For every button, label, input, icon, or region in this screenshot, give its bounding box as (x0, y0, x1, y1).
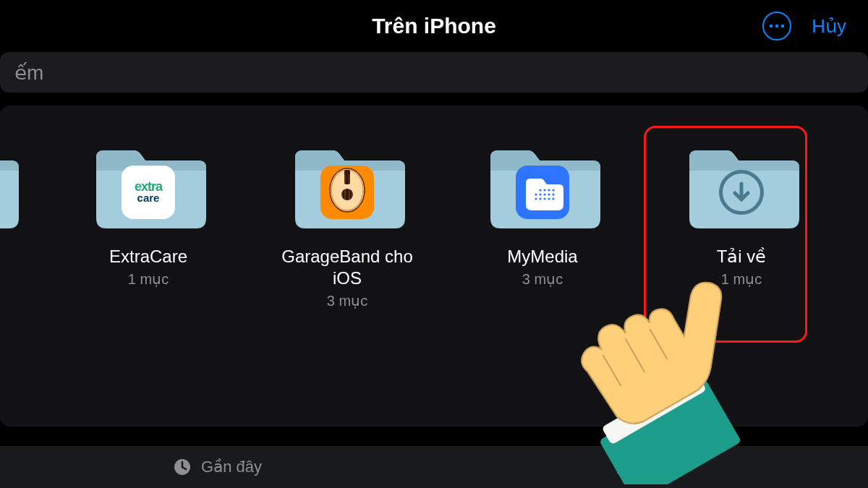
header-bar: Trên iPhone Hủy (0, 0, 868, 52)
svg-point-24 (552, 189, 554, 191)
svg-point-13 (543, 197, 545, 200)
svg-point-20 (552, 193, 554, 195)
svg-point-18 (543, 193, 545, 195)
extracare-app-icon: extracare (122, 166, 175, 219)
svg-point-11 (535, 197, 537, 200)
folder-mymedia[interactable]: MyMedia 3 mục (456, 140, 629, 288)
tab-label: Duyệt (644, 458, 686, 476)
folder-subtitle: 3 mục (327, 292, 367, 309)
search-placeholder: ếm (14, 61, 43, 85)
svg-point-5 (341, 189, 353, 200)
folder-subtitle: 1 mục (128, 270, 169, 288)
folder-label: ExtraCare (109, 246, 187, 267)
folder-icon: extracare (90, 140, 206, 233)
svg-point-21 (539, 189, 541, 191)
folder-tab-icon (615, 457, 635, 477)
folder-label: GarageBand cho iOS (268, 246, 427, 289)
page-title: Trên iPhone (372, 14, 496, 38)
svg-point-23 (548, 189, 550, 191)
ellipsis-icon (769, 24, 785, 28)
cancel-button[interactable]: Hủy (812, 15, 846, 38)
folder-extracare[interactable]: extracare ExtraCare 1 mục (58, 140, 239, 288)
svg-point-19 (548, 193, 550, 195)
svg-point-14 (548, 197, 550, 200)
folder-icon (485, 140, 600, 233)
bottom-tab-bar: Gần đây Duyệt (0, 446, 868, 488)
svg-point-17 (539, 193, 541, 195)
svg-point-22 (543, 189, 545, 191)
svg-point-16 (535, 193, 537, 195)
svg-point-15 (552, 197, 554, 200)
svg-point-12 (539, 197, 541, 200)
search-input[interactable]: ếm (0, 52, 868, 93)
content-area: extracare ExtraCare 1 mục (0, 106, 868, 427)
highlight-annotation (644, 126, 807, 343)
clock-icon (172, 457, 192, 477)
tab-label: Gần đây (201, 458, 262, 476)
folder-icon (289, 140, 405, 233)
svg-point-0 (770, 25, 773, 28)
garageband-app-icon (320, 166, 374, 219)
folder-label: MyMedia (507, 246, 577, 267)
svg-point-2 (781, 25, 785, 28)
folder-partial[interactable] (0, 140, 29, 233)
tab-recent[interactable]: Gần đây (0, 446, 434, 488)
folder-garageband[interactable]: GarageBand cho iOS 3 mục (253, 140, 441, 309)
header-actions: Hủy (762, 0, 846, 52)
mymedia-app-icon (516, 166, 569, 219)
folder-icon (0, 140, 19, 233)
tab-browse[interactable]: Duyệt (434, 446, 868, 488)
more-options-button[interactable] (762, 12, 791, 40)
svg-point-1 (775, 25, 779, 28)
folder-subtitle: 3 mục (522, 270, 563, 288)
